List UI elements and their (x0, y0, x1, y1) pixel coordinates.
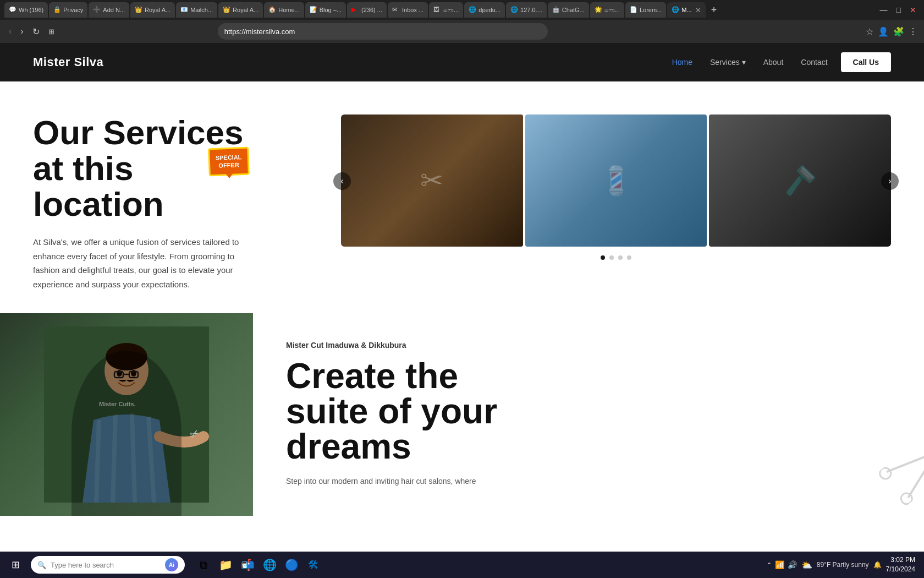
svg-line-4 (113, 415, 116, 503)
carousel-image-1 (341, 114, 523, 247)
local-favicon: 🌐 (510, 6, 518, 14)
services-carousel: ‹ › (341, 114, 891, 260)
tab-royal2-label: Royal A... (233, 7, 258, 13)
home-favicon: 🏠 (268, 6, 276, 14)
services-text: Our Services at this location SPECIAL OF… (33, 114, 297, 291)
tab-mister[interactable]: 🌐 M... ✕ (667, 2, 705, 18)
whatsapp-favicon: 💬 (9, 6, 16, 14)
carousel-dot-1[interactable] (601, 255, 605, 260)
suite-description: Step into our modern and inviting hair c… (286, 475, 891, 488)
carousel-image-2 (525, 114, 707, 247)
mailch-favicon: 📧 (180, 6, 188, 14)
nav-home[interactable]: Home (672, 58, 692, 67)
close-button[interactable]: ✕ (906, 4, 920, 15)
svg-text:Mister Cutts.: Mister Cutts. (99, 401, 136, 407)
carousel-dot-3[interactable] (618, 255, 623, 260)
svg-point-2 (106, 343, 147, 370)
tab-lorem-label: Lorem... (640, 7, 662, 13)
browser-chrome: 💬 Wh (196) 🔒 Privacy ➕ Add N... 👑 Royal … (0, 0, 924, 43)
services-description: At Silva's, we offer a unique fusion of … (33, 235, 242, 291)
profile-icon[interactable]: 👤 (878, 26, 889, 37)
tab-blog[interactable]: 📝 Blog –... (305, 2, 346, 18)
tab-mailch[interactable]: 📧 Mailch... (176, 2, 217, 18)
tab-chatg-label: ChatG... (562, 7, 585, 13)
tab-add-label: Add N... (103, 7, 125, 13)
royal2-favicon: 👑 (223, 6, 230, 14)
tab-whatsapp[interactable]: 💬 Wh (196) (4, 2, 48, 18)
suite-section: ✂ Mister Cutts. Mister C (0, 313, 924, 516)
carousel-next-button[interactable]: › (881, 172, 899, 190)
new-tab-button[interactable]: + (707, 2, 722, 18)
tab-youtube[interactable]: ▶ (236) ... (347, 2, 387, 18)
svg-rect-12 (129, 372, 138, 378)
tab-app1-label: ෆො... (443, 7, 459, 14)
suite-image: ✂ Mister Cutts. (0, 313, 253, 516)
tab-privacy[interactable]: 🔒 Privacy (49, 2, 87, 18)
tab-gmail-label: Inbox ... (402, 7, 424, 13)
tab-app2[interactable]: 🌟 ෆො... (590, 2, 624, 18)
tab-dpeduc[interactable]: 🌐 dpedu... (464, 2, 505, 18)
app1-favicon: 🖼 (433, 6, 441, 14)
carousel-prev-button[interactable]: ‹ (333, 172, 351, 190)
chevron-left-icon: ‹ (340, 176, 343, 186)
dpeduc-favicon: 🌐 (469, 6, 476, 14)
tab-add[interactable]: ➕ Add N... (89, 2, 129, 18)
nav-services[interactable]: Services ▾ (710, 58, 746, 67)
tab-home[interactable]: 🏠 Home... (264, 2, 304, 18)
tab-gmail[interactable]: ✉ Inbox ... (388, 2, 428, 18)
svg-rect-11 (114, 372, 123, 378)
services-section: Our Services at this location SPECIAL OF… (0, 81, 924, 313)
suite-image-content: ✂ Mister Cutts. (0, 313, 253, 516)
extension-icon[interactable]: 🧩 (893, 26, 904, 37)
tab-royal1[interactable]: 👑 Royal A... (130, 2, 175, 18)
blog-favicon: 📝 (310, 6, 317, 14)
maximize-button[interactable]: □ (893, 4, 904, 15)
tab-whatsapp-label: Wh (196) (19, 7, 43, 13)
svg-rect-0 (44, 326, 209, 503)
tab-blog-label: Blog –... (320, 7, 342, 13)
address-bar-icons: ☆ 👤 🧩 ⋮ (866, 26, 917, 37)
tab-chatg[interactable]: 🤖 ChatG... (548, 2, 589, 18)
carousel-images (341, 114, 891, 247)
svg-point-10 (131, 370, 136, 377)
address-bar-row: ‹ › ↻ ⊞ ☆ 👤 🧩 ⋮ (0, 20, 924, 43)
address-input[interactable] (218, 23, 548, 40)
chatg-favicon: 🤖 (552, 6, 560, 14)
carousel-image-3 (709, 114, 891, 247)
tab-app1[interactable]: 🖼 ෆො... (429, 2, 463, 18)
special-offer-badge: SPECIAL OFFER (208, 147, 249, 176)
tab-mailch-label: Mailch... (190, 7, 213, 13)
chevron-down-icon: ▾ (742, 58, 746, 67)
chevron-right-icon: › (888, 176, 891, 186)
svg-line-5 (132, 413, 135, 503)
nav-about[interactable]: About (763, 58, 784, 67)
tab-dpeduc-label: dpedu... (479, 7, 501, 13)
tab-royal1-label: Royal A... (145, 7, 170, 13)
carousel-dot-4[interactable] (627, 255, 631, 260)
mister-favicon: 🌐 (672, 6, 679, 14)
tab-local[interactable]: 🌐 127.0.... (506, 2, 547, 18)
tab-royal2[interactable]: 👑 Royal A... (218, 2, 263, 18)
svg-line-6 (148, 417, 154, 503)
forward-button[interactable]: › (18, 24, 25, 39)
tab-home-label: Home... (278, 7, 300, 13)
settings-icon[interactable]: ⋮ (909, 26, 917, 37)
tab-youtube-label: (236) ... (361, 7, 382, 13)
bookmark-icon[interactable]: ☆ (866, 26, 873, 37)
back-button[interactable]: ‹ (7, 24, 14, 39)
carousel-dots (341, 255, 891, 260)
call-us-button[interactable]: Call Us (841, 52, 891, 72)
youtube-favicon: ▶ (351, 6, 359, 14)
site-nav: Mister Silva Home Services ▾ About Conta… (0, 43, 924, 81)
tab-bar: 💬 Wh (196) 🔒 Privacy ➕ Add N... 👑 Royal … (0, 0, 924, 20)
minimize-button[interactable]: — (877, 4, 891, 15)
app2-favicon: 🌟 (595, 6, 602, 14)
reload-button[interactable]: ↻ (30, 24, 42, 39)
svg-line-3 (96, 420, 99, 503)
tab-lorem[interactable]: 📄 Lorem... (625, 2, 666, 18)
home-nav-button[interactable]: ⊞ (46, 25, 57, 38)
suite-text: Mister Cut Imaduwa & Dikkubura Create th… (253, 313, 924, 516)
nav-contact[interactable]: Contact (801, 58, 827, 67)
carousel-dot-2[interactable] (609, 255, 614, 260)
close-tab-icon[interactable]: ✕ (695, 6, 701, 14)
